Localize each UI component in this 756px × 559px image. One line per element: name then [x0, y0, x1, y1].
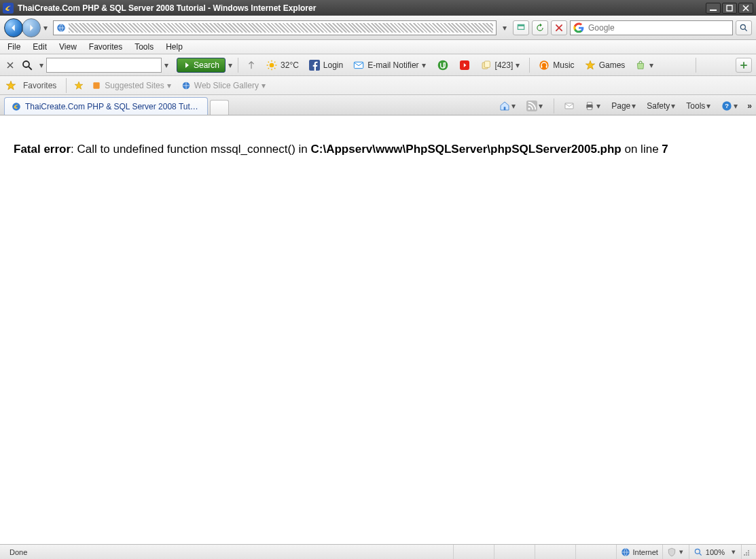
toolbar-search-button-dropdown[interactable]: ▾: [227, 60, 234, 70]
error-mid: : Call to undefined function mssql_conne…: [71, 143, 310, 156]
home-button[interactable]: ▾: [497, 98, 520, 113]
svg-point-34: [748, 552, 749, 554]
nav-history-dropdown[interactable]: ▾: [41, 18, 50, 37]
svg-point-30: [695, 549, 700, 554]
refresh-button[interactable]: [532, 20, 548, 35]
toolbar-utorrent[interactable]: [433, 57, 453, 73]
safety-menu-button[interactable]: Safety ▾: [644, 98, 679, 113]
toolbar-music-label: Music: [553, 60, 574, 70]
toolbar-music[interactable]: Music: [534, 57, 578, 73]
overflow-chevrons-icon[interactable]: »: [747, 101, 752, 111]
status-empty-4: [575, 545, 616, 559]
tools-menu-button[interactable]: Tools ▾: [683, 98, 715, 113]
toolbar-count-label: [423]: [495, 60, 514, 70]
menu-tools[interactable]: Tools: [128, 40, 160, 54]
chevron-down-icon: ▾: [422, 60, 427, 70]
nav-row: ▾ ▾: [0, 16, 756, 40]
favorites-button[interactable]: Favorites: [20, 81, 59, 90]
add-toolbar-button[interactable]: [736, 58, 752, 73]
search-go-button[interactable]: [736, 20, 752, 35]
compat-view-button[interactable]: [513, 20, 529, 35]
status-empty-1: [453, 545, 494, 559]
google-icon: [573, 22, 584, 33]
svg-rect-17: [94, 82, 100, 88]
menu-file[interactable]: File: [1, 40, 26, 54]
toolbar-login[interactable]: Login: [304, 57, 347, 73]
address-bar[interactable]: [53, 20, 497, 35]
chevron-down-icon: ▾: [167, 81, 171, 90]
menu-help[interactable]: Help: [160, 40, 189, 54]
svg-point-36: [748, 550, 749, 552]
facebook-icon: [308, 59, 321, 71]
feeds-button[interactable]: ▾: [524, 98, 547, 113]
status-bar: Done Internet ▾ 100% ▾: [0, 544, 756, 559]
search-box[interactable]: [570, 20, 733, 35]
tools-menu-label: Tools: [686, 101, 705, 111]
tab-active[interactable]: ThaiCreate.Com PHP & SQL Server 2008 Tut…: [4, 97, 208, 115]
close-toolbar-icon[interactable]: [4, 59, 16, 71]
error-line: 7: [662, 143, 668, 156]
toolbar-youtube[interactable]: [454, 57, 475, 73]
toolbar-count[interactable]: [423] ▾: [476, 57, 526, 73]
toolbar-search-input[interactable]: [46, 58, 162, 73]
status-zone-label: Internet: [633, 548, 658, 556]
read-mail-button[interactable]: [561, 98, 577, 113]
svg-rect-16: [546, 65, 547, 67]
new-tab-button[interactable]: [210, 100, 229, 115]
menu-favorites[interactable]: Favorites: [83, 40, 128, 54]
tab-row: ThaiCreate.Com PHP & SQL Server 2008 Tut…: [0, 95, 756, 115]
utorrent-icon: [437, 59, 449, 71]
toolbar-games[interactable]: Games: [580, 57, 630, 73]
chevron-down-icon: ▾: [679, 547, 685, 556]
menu-view[interactable]: View: [53, 40, 83, 54]
help-button[interactable]: ? ▾: [719, 98, 742, 113]
toolbar-email-label: E-mail Notifier: [367, 60, 418, 70]
status-empty-2: [494, 545, 535, 559]
toolbar-search-button[interactable]: Search: [177, 58, 226, 73]
status-protected-mode[interactable]: ▾: [662, 545, 689, 559]
address-dropdown[interactable]: ▾: [499, 20, 510, 35]
page-menu-button[interactable]: Page ▾: [609, 98, 640, 113]
forward-button[interactable]: [22, 18, 41, 37]
svg-rect-21: [526, 101, 537, 111]
home-icon: [499, 101, 510, 111]
svg-rect-23: [565, 103, 573, 109]
menu-edit[interactable]: Edit: [26, 40, 53, 54]
page-content: Fatal error: Call to undefined function …: [0, 115, 756, 544]
chevron-down-icon: ▾: [732, 547, 737, 556]
toolbar-weather[interactable]: 32°C: [262, 57, 303, 73]
resize-grip[interactable]: [741, 545, 751, 559]
maximize-button[interactable]: [722, 3, 737, 14]
svg-text:?: ?: [725, 103, 729, 109]
stop-button[interactable]: [551, 20, 567, 35]
envelope-icon: [353, 59, 365, 71]
suggested-sites-label: Suggested Sites: [105, 81, 164, 90]
status-zoom[interactable]: 100% ▾: [689, 545, 741, 559]
shield-icon: [667, 547, 677, 557]
toolbar-search-dropdown[interactable]: ▾: [38, 60, 45, 70]
sun-icon: [266, 59, 278, 71]
chevron-down-icon: ▾: [671, 101, 677, 111]
toolbar-input-dropdown[interactable]: ▾: [163, 60, 170, 70]
search-input[interactable]: [587, 22, 730, 33]
web-slice-button[interactable]: Web Slice Gallery ▾: [178, 80, 268, 91]
toolbar-slider-stub[interactable]: [242, 57, 260, 73]
close-button[interactable]: [738, 3, 753, 14]
svg-point-33: [744, 554, 745, 556]
print-button[interactable]: ▾: [581, 98, 605, 113]
status-zone[interactable]: Internet: [616, 545, 662, 559]
mail-icon: [564, 101, 575, 111]
toolbar-store[interactable]: ▾: [630, 57, 659, 73]
cards-icon: [480, 59, 492, 71]
error-online: on line: [622, 143, 662, 156]
suggested-sites-button[interactable]: Suggested Sites ▾: [88, 80, 173, 91]
toolbar-search-icon[interactable]: [18, 57, 37, 73]
minimize-button[interactable]: [706, 3, 721, 14]
favorites-star-small-icon: [73, 80, 84, 91]
svg-rect-15: [541, 65, 543, 67]
window-title: ThaiCreate.Com PHP & SQL Server 2008 Tut…: [18, 3, 702, 13]
toolbar-weather-label: 32°C: [281, 60, 299, 70]
web-slice-icon: [181, 80, 192, 91]
back-button[interactable]: [4, 18, 23, 37]
toolbar-email[interactable]: E-mail Notifier ▾: [348, 57, 431, 73]
